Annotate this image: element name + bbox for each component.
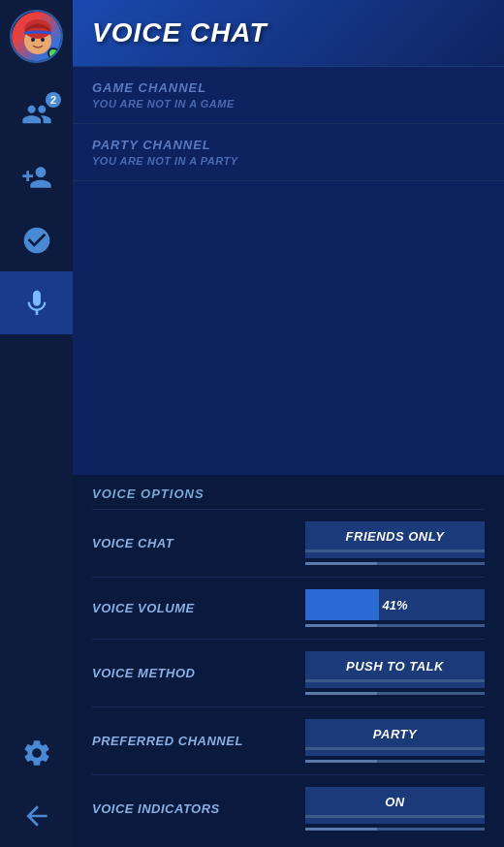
add-friend-icon	[21, 162, 52, 193]
voice-indicators-toggle[interactable]: ON	[305, 787, 485, 824]
settings-icon	[21, 737, 52, 769]
volume-slider[interactable]: 41%	[305, 589, 485, 627]
voice-indicators-label: VOICE INDICATORS	[92, 801, 220, 816]
voice-volume-label: VOICE VOLUME	[92, 601, 195, 615]
voice-indicators-underline	[305, 828, 485, 831]
channels-area: GAME CHANNEL YOU ARE NOT IN A GAME PARTY…	[73, 67, 504, 475]
voice-chat-control[interactable]: FRIENDS ONLY	[305, 521, 485, 565]
party-channel-status: YOU ARE NOT IN A PARTY	[92, 155, 485, 167]
voice-indicators-row: VOICE INDICATORS ON	[92, 774, 485, 842]
voice-method-toggle[interactable]: PUSH TO TALK	[305, 651, 485, 688]
preferred-channel-underline	[305, 760, 485, 763]
voice-method-control[interactable]: PUSH TO TALK	[305, 651, 485, 695]
preferred-channel-toggle[interactable]: PARTY	[305, 719, 485, 756]
voice-volume-control[interactable]: 41%	[305, 589, 485, 627]
volume-underline	[305, 624, 485, 627]
main-content: VOICE CHAT GAME CHANNEL YOU ARE NOT IN A…	[73, 0, 504, 847]
voice-options-panel: VOICE OPTIONS VOICE CHAT FRIENDS ONLY VO…	[73, 475, 504, 847]
page-header: VOICE CHAT	[73, 0, 504, 67]
social-icon	[21, 225, 52, 256]
voice-chat-toggle[interactable]: FRIENDS ONLY	[305, 521, 485, 558]
party-channel-row: PARTY CHANNEL YOU ARE NOT IN A PARTY	[73, 124, 504, 181]
sidebar-item-voice[interactable]	[0, 271, 73, 334]
sidebar-item-back[interactable]	[0, 784, 73, 847]
voice-chat-label: VOICE CHAT	[92, 536, 173, 550]
sidebar-item-social[interactable]	[0, 208, 73, 271]
party-channel-name: PARTY CHANNEL	[92, 138, 485, 152]
voice-method-label: VOICE METHOD	[92, 666, 195, 680]
game-channel-row: GAME CHANNEL YOU ARE NOT IN A GAME	[73, 67, 504, 124]
sidebar-item-settings[interactable]	[0, 721, 73, 784]
voice-chat-row: VOICE CHAT FRIENDS ONLY	[92, 509, 485, 577]
voice-icon	[21, 288, 52, 319]
voice-volume-row: VOICE VOLUME 41%	[92, 577, 485, 639]
preferred-channel-row: PREFERRED CHANNEL PARTY	[92, 706, 485, 774]
preferred-channel-control[interactable]: PARTY	[305, 719, 485, 763]
sidebar-item-friends[interactable]: 2	[0, 82, 73, 145]
preferred-channel-label: PREFERRED CHANNEL	[92, 734, 243, 748]
sidebar-item-add-friend[interactable]	[0, 145, 73, 208]
svg-point-2	[31, 38, 35, 42]
back-icon	[21, 800, 52, 831]
svg-point-3	[41, 38, 45, 42]
voice-chat-underline	[305, 562, 485, 565]
avatar[interactable]	[10, 10, 63, 63]
online-indicator	[47, 47, 59, 59]
volume-value: 41%	[305, 598, 485, 612]
sidebar: 2	[0, 0, 73, 847]
voice-method-row: VOICE METHOD PUSH TO TALK	[92, 639, 485, 706]
voice-method-underline	[305, 692, 485, 695]
game-channel-name: GAME CHANNEL	[92, 80, 485, 95]
friends-badge: 2	[46, 92, 61, 108]
volume-bar-bg: 41%	[305, 589, 485, 620]
game-channel-status: YOU ARE NOT IN A GAME	[92, 98, 485, 110]
page-title: VOICE CHAT	[92, 17, 485, 48]
voice-options-title: VOICE OPTIONS	[92, 486, 485, 501]
voice-indicators-control[interactable]: ON	[305, 787, 485, 831]
